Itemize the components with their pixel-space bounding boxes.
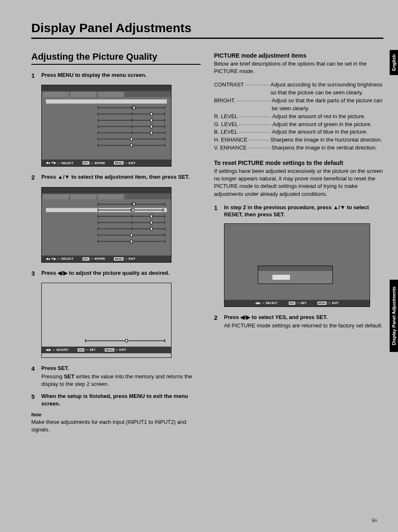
menu-key-icon: MENU <box>105 348 114 352</box>
osd-menu-screenshot-1: ◀▲▼▶···SELECT SET···ENTER MENU···EXIT <box>41 85 171 167</box>
step-text: Press ◀/▶ to select YES, and press SET. <box>224 314 383 321</box>
menu-key-icon: MENU <box>114 257 123 261</box>
definition-list: CONTRAST·············Adjust according to… <box>214 81 383 152</box>
definition-row: BRIGHT.··················Adjust so that … <box>214 97 383 113</box>
step-2: 2 Press ▲/▼ to select the adjustment ite… <box>31 173 201 182</box>
subheading: To reset PICTURE mode settings to the de… <box>214 160 383 166</box>
step-text: Press ▲/▼ to select the adjustment item,… <box>41 173 201 181</box>
set-key-icon: SET <box>289 301 295 305</box>
page: Display Panel Adjustments Adjusting the … <box>0 0 398 532</box>
arrows-icon: ◀▲▼▶ <box>46 257 56 261</box>
two-column-layout: Adjusting the Picture Quality 1 Press ME… <box>31 51 383 433</box>
step-number: 1 <box>214 204 220 218</box>
reset-step-1: 1 In step 2 in the previous procedure, p… <box>214 204 383 218</box>
step-1: 1 Press MENU to display the menu screen. <box>31 71 201 80</box>
language-tab: English <box>390 50 398 75</box>
step-number: 2 <box>31 173 37 182</box>
subheading: PICTURE mode adjustment items <box>214 52 383 59</box>
note-text: Make these adjustments for each input (I… <box>31 418 201 433</box>
menu-key-icon: MENU <box>317 301 327 305</box>
step-desc: All PICTURE mode settings are returned t… <box>224 322 383 329</box>
menu-key-icon: MENU <box>114 161 123 165</box>
set-key-icon: SET <box>83 257 89 261</box>
note-label: Note <box>31 412 201 417</box>
section-title: Adjusting the Picture Quality <box>31 51 201 65</box>
step-number: 5 <box>31 393 37 407</box>
step-text: Press ◀/▶ to adjust the picture quality … <box>41 269 201 277</box>
step-desc: Pressing SET writes the value into the m… <box>41 373 201 388</box>
right-column: PICTURE mode adjustment items Below are … <box>214 51 383 433</box>
reset-dialog <box>258 266 333 284</box>
page-language-footer: En <box>372 518 377 523</box>
left-column: Adjusting the Picture Quality 1 Press ME… <box>31 51 201 433</box>
osd-footer: ◀▲▼▶···SELECT SET···ENTER MENU···EXIT <box>42 160 171 166</box>
osd-footer: ◀ ▶···SELECT SET···SET MENU···EXIT <box>224 300 370 307</box>
step-number: 1 <box>31 71 37 80</box>
lr-arrows-icon: ◀ ▶ <box>46 348 51 352</box>
set-key-icon: SET <box>78 348 84 352</box>
osd-adjust-screenshot: ◀ ▶···ADJUST SET···SET MENU···EXIT <box>41 283 171 358</box>
step-text: When the setup is finished, press MENU t… <box>41 393 201 407</box>
osd-footer: ◀▲▼▶···SELECT SET···ENTER MENU···EXIT <box>42 256 171 262</box>
step-number: 2 <box>214 314 220 329</box>
lr-arrows-icon: ◀ ▶ <box>255 301 261 305</box>
page-title: Display Panel Adjustments <box>31 21 383 39</box>
step-3: 3 Press ◀/▶ to adjust the picture qualit… <box>31 269 201 278</box>
step-number: 3 <box>31 269 37 278</box>
step-number: 4 <box>31 365 37 388</box>
reset-step-2: 2 Press ◀/▶ to select YES, and press SET… <box>214 314 383 329</box>
step-text: Press MENU to display the menu screen. <box>41 71 201 79</box>
step-5: 5 When the setup is finished, press MENU… <box>31 393 201 407</box>
definition-row: R. LEVEL·················Adjust the amou… <box>214 113 383 121</box>
step-text: Press SET. <box>41 365 201 372</box>
definition-row: B. LEVEL·················Adjust the amou… <box>214 128 383 136</box>
osd-menu-screenshot-2: ◀▲▼▶···SELECT SET···ENTER MENU···EXIT <box>41 187 171 263</box>
paragraph: If settings have been adjusted excessive… <box>214 167 383 198</box>
osd-footer: ◀ ▶···ADJUST SET···SET MENU···EXIT <box>42 347 171 353</box>
set-key-icon: SET <box>83 161 89 165</box>
definition-row: G. LEVEL·················Adjust the amou… <box>214 121 383 129</box>
section-tab: Display Panel Adjustments <box>390 280 398 352</box>
definition-row: CONTRAST·············Adjust according to… <box>214 81 383 97</box>
paragraph: Below are brief descriptions of the opti… <box>214 60 383 75</box>
step-4: 4 Press SET. Pressing SET writes the val… <box>31 365 201 388</box>
step-text: In step 2 in the previous procedure, pre… <box>224 204 383 218</box>
osd-reset-screenshot: ◀ ▶···SELECT SET···SET MENU···EXIT <box>224 223 370 307</box>
definition-row: H. ENHANCE···········Sharpens the image … <box>214 136 383 144</box>
arrows-icon: ◀▲▼▶ <box>46 161 56 165</box>
definition-row: V. ENHANCE············Sharpens the image… <box>214 144 383 152</box>
